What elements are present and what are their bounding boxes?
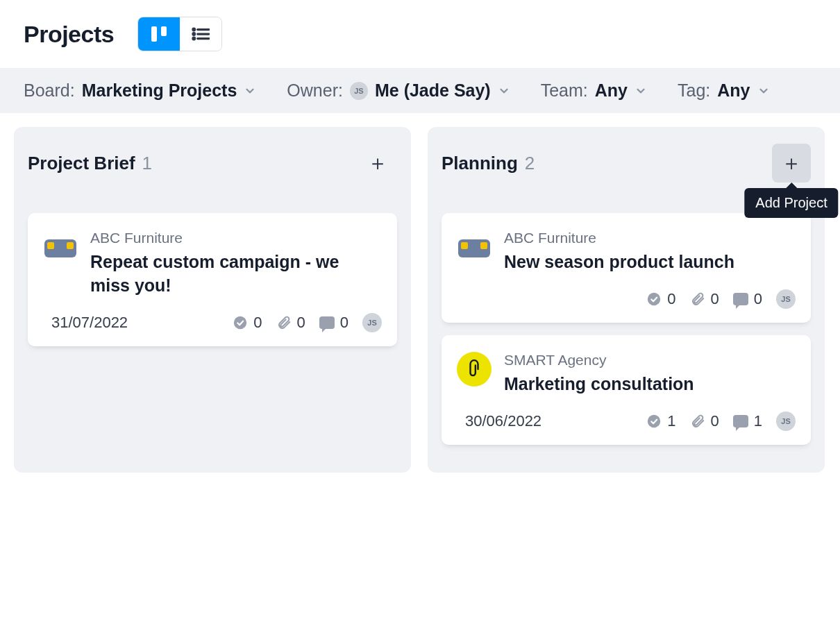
svg-point-10 — [234, 316, 246, 328]
board-icon — [151, 26, 167, 42]
board-filter-label: Board: — [24, 80, 75, 101]
card-due-date: 30/06/2022 — [465, 412, 541, 430]
plus-icon: ＋ — [367, 149, 388, 178]
card-due-date: 31/07/2022 — [51, 314, 128, 332]
filter-bar: Board: Marketing Projects Owner: JS Me (… — [0, 68, 840, 113]
project-card[interactable]: ABC FurnitureRepeat custom campaign - we… — [28, 213, 397, 346]
card-comments: 0 — [319, 314, 348, 332]
add-project-button[interactable]: ＋ — [358, 144, 397, 183]
list-view-button[interactable] — [180, 17, 221, 51]
kanban-board: Project Brief1＋ABC FurnitureRepeat custo… — [0, 113, 840, 486]
team-filter[interactable]: Team: Any — [541, 80, 647, 101]
kanban-column: Planning2＋Add ProjectABC FurnitureNew se… — [428, 127, 825, 473]
card-comments: 1 — [733, 412, 762, 430]
card-text: SMART AgencyMarketing consultation — [504, 352, 796, 396]
add-project-tooltip: Add Project — [744, 188, 838, 218]
owner-filter[interactable]: Owner: JS Me (Jade Say) — [287, 80, 510, 101]
card-header: SMART AgencyMarketing consultation — [457, 352, 796, 396]
team-filter-value: Any — [595, 80, 628, 101]
card-meta: 30/06/2022101JS — [457, 412, 796, 431]
project-card[interactable]: ABC FurnitureNew season product launch00… — [442, 213, 811, 323]
chevron-down-icon — [244, 85, 256, 97]
client-name: ABC Furniture — [504, 230, 796, 246]
chat-icon — [733, 415, 748, 427]
card-attachments: 0 — [690, 290, 719, 308]
card-checks: 0 — [233, 314, 262, 332]
client-name: SMART Agency — [504, 352, 796, 368]
column-title: Project Brief — [28, 153, 135, 174]
chevron-down-icon — [757, 85, 770, 97]
tag-filter-value: Any — [717, 80, 750, 101]
card-comments: 0 — [733, 290, 762, 308]
svg-point-16 — [648, 414, 660, 427]
card-attachments: 0 — [690, 412, 719, 430]
assignee-avatar: JS — [362, 313, 382, 332]
tag-filter-label: Tag: — [678, 80, 710, 101]
add-project-button[interactable]: ＋Add Project — [772, 144, 811, 183]
column-count: 1 — [142, 153, 152, 174]
kanban-column: Project Brief1＋ABC FurnitureRepeat custo… — [14, 127, 411, 473]
card-meta: 000JS — [457, 289, 796, 309]
owner-filter-value: Me (Jade Say) — [375, 80, 491, 101]
svg-point-11 — [648, 293, 660, 305]
topbar: Projects — [0, 0, 840, 68]
chat-icon — [319, 316, 335, 329]
card-header: ABC FurnitureRepeat custom campaign - we… — [43, 230, 382, 298]
card-due: 30/06/2022 — [457, 412, 541, 430]
board-filter-value: Marketing Projects — [82, 80, 237, 101]
column-title-wrap: Project Brief1 — [28, 153, 152, 174]
column-count: 2 — [525, 153, 535, 174]
card-text: ABC FurnitureNew season product launch — [504, 230, 796, 274]
card-text: ABC FurnitureRepeat custom campaign - we… — [90, 230, 382, 298]
card-checks: 1 — [646, 412, 675, 430]
chat-icon — [733, 293, 748, 305]
card-title: Repeat custom campaign - we miss you! — [90, 251, 382, 298]
tag-filter[interactable]: Tag: Any — [678, 80, 770, 101]
owner-filter-label: Owner: — [287, 80, 343, 101]
card-meta: 31/07/2022000JS — [43, 313, 382, 332]
card-due: 31/07/2022 — [43, 314, 128, 332]
card-checks: 0 — [646, 290, 675, 308]
client-logo — [457, 230, 492, 264]
assignee-avatar: JS — [776, 289, 796, 309]
list-icon — [192, 27, 210, 41]
card-stats: 000JS — [233, 313, 382, 332]
column-header: Project Brief1＋ — [28, 144, 397, 183]
board-filter[interactable]: Board: Marketing Projects — [24, 80, 256, 101]
plus-icon: ＋ — [781, 149, 802, 178]
client-logo — [43, 230, 78, 264]
board-view-button[interactable] — [138, 17, 180, 51]
column-title-wrap: Planning2 — [442, 153, 535, 174]
team-filter-label: Team: — [541, 80, 588, 101]
card-stats: 000JS — [646, 289, 796, 309]
chevron-down-icon — [635, 85, 647, 97]
svg-point-0 — [193, 28, 195, 31]
view-switch — [137, 17, 222, 51]
client-logo — [457, 352, 492, 387]
column-header: Planning2＋Add Project — [442, 144, 811, 183]
card-header: ABC FurnitureNew season product launch — [457, 230, 796, 274]
owner-avatar: JS — [350, 82, 368, 100]
assignee-avatar: JS — [776, 412, 796, 431]
card-title: New season product launch — [504, 251, 796, 274]
svg-point-2 — [193, 33, 195, 35]
card-attachments: 0 — [276, 314, 305, 332]
column-title: Planning — [442, 153, 518, 174]
page-title: Projects — [24, 21, 114, 48]
client-name: ABC Furniture — [90, 230, 382, 246]
chevron-down-icon — [498, 85, 510, 97]
svg-point-4 — [193, 37, 195, 40]
card-stats: 101JS — [646, 412, 796, 431]
project-card[interactable]: SMART AgencyMarketing consultation30/06/… — [442, 335, 811, 445]
card-title: Marketing consultation — [504, 373, 796, 396]
